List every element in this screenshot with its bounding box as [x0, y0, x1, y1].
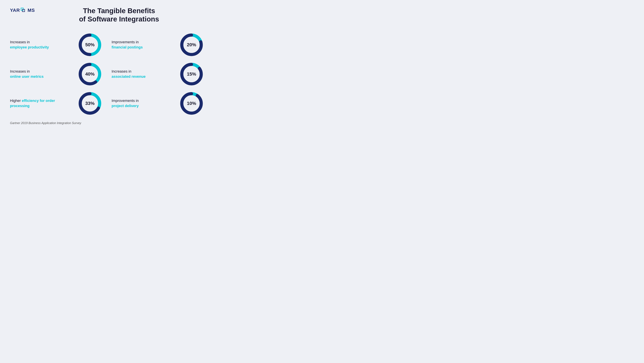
left-column: Increases in employee productivity 50% I…: [10, 30, 102, 118]
donut-percent-left-3: 33%: [85, 101, 94, 106]
main-title: The Tangible Benefits of Software Integr…: [35, 7, 203, 24]
donut-right-3: 10%: [180, 92, 203, 115]
donut-right-2: 15%: [180, 62, 203, 86]
stat-label-left-2: Increases in online user metrics: [10, 69, 73, 79]
stat-highlight-right-2: associated revenue: [112, 74, 146, 78]
stat-row-right-2: Increases in associated revenue 15%: [112, 60, 203, 89]
logo-icon: [21, 8, 27, 13]
donut-percent-right-3: 10%: [187, 101, 196, 106]
stat-label-right-2: Increases in associated revenue: [112, 69, 175, 79]
stat-label-right-1: Improvements in financial postings: [112, 40, 175, 50]
stat-label-left-1: Increases in employee productivity: [10, 40, 73, 50]
content-grid: Increases in employee productivity 50% I…: [10, 30, 203, 118]
stat-row-left-3: Higher efficiency for order processing 3…: [10, 89, 102, 118]
donut-left-2: 40%: [78, 62, 102, 86]
donut-percent-right-2: 15%: [187, 72, 196, 77]
donut-left-3: 33%: [78, 92, 102, 115]
citation: Gartner 2019 Business Application Integr…: [10, 122, 203, 125]
page-title: The Tangible Benefits of Software Integr…: [35, 7, 203, 24]
stat-label-left-3: Higher efficiency for order processing: [10, 98, 73, 108]
header: YAR MS The Tangible Benefits of Software…: [10, 7, 203, 24]
donut-percent-left-2: 40%: [85, 72, 94, 77]
stat-highlight-left-2: online user metrics: [10, 74, 44, 78]
logo-text-after: MS: [28, 8, 35, 13]
stat-highlight-right-1: financial postings: [112, 45, 143, 49]
right-column: Improvements in financial postings 20% I…: [112, 30, 203, 118]
stat-row-left-2: Increases in online user metrics 40%: [10, 60, 102, 89]
stat-row-right-3: Improvements in project delivery 10%: [112, 89, 203, 118]
donut-right-1: 20%: [180, 33, 203, 56]
stat-row-left-1: Increases in employee productivity 50%: [10, 30, 102, 60]
stat-row-right-1: Improvements in financial postings 20%: [112, 30, 203, 60]
donut-percent-left-1: 50%: [85, 42, 94, 48]
stat-highlight-right-3: project delivery: [112, 104, 139, 108]
donut-percent-right-1: 20%: [187, 42, 196, 48]
logo-text-before: YAR: [10, 8, 20, 13]
stat-highlight-left-1: employee productivity: [10, 45, 49, 49]
logo: YAR MS: [10, 8, 35, 13]
donut-left-1: 50%: [78, 33, 102, 56]
stat-label-right-3: Improvements in project delivery: [112, 98, 175, 108]
